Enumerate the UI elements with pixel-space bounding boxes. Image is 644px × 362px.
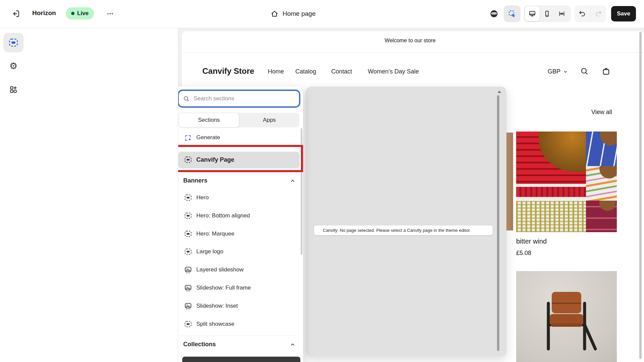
- live-dot-icon: [71, 12, 75, 15]
- sections-panel: [27, 28, 178, 362]
- slideshow-icon: [184, 266, 192, 274]
- desktop-view-icon[interactable]: [525, 6, 540, 21]
- section-item-label: Hero: Bottom aligned: [196, 212, 250, 219]
- section-item-label: Layered slideshow: [196, 266, 244, 273]
- inspect-mode-icon[interactable]: [504, 5, 521, 22]
- collage-thumbnails: [586, 132, 617, 232]
- section-item-slideshow-full-frame[interactable]: Slideshow: Full frame: [175, 281, 303, 296]
- device-preview-switcher: [524, 5, 571, 22]
- section-item-split-showcase[interactable]: Split showcase: [175, 317, 303, 332]
- search-sections-input[interactable]: [193, 95, 295, 102]
- partially-visible-dark-bar: [182, 357, 300, 362]
- divider: [180, 335, 298, 336]
- collage-main-image: [516, 132, 586, 232]
- scroll-up-arrow-icon[interactable]: [498, 91, 501, 93]
- search-icon: [183, 95, 190, 102]
- ninja-preview-icon[interactable]: [487, 6, 501, 21]
- redo-icon[interactable]: [591, 5, 606, 22]
- section-item-large-logo[interactable]: Large logo: [175, 245, 303, 259]
- canvify-message-bar: Canvify: No page selected. Please select…: [314, 225, 493, 235]
- store-nav-womens-day-sale[interactable]: Women's Day Sale: [368, 68, 419, 75]
- section-item-layered-slideshow[interactable]: Layered slideshow: [175, 263, 303, 277]
- view-all-link[interactable]: View all: [591, 109, 612, 116]
- store-nav-home[interactable]: Home: [268, 68, 284, 75]
- left-icon-rail: ⚙: [0, 28, 27, 362]
- store-nav-catalog[interactable]: Catalog: [295, 68, 316, 75]
- section-item-hero-bottom-aligned[interactable]: Hero: Bottom aligned: [175, 209, 303, 223]
- section-item-hero[interactable]: Hero: [175, 191, 303, 205]
- save-button[interactable]: Save: [611, 6, 636, 21]
- product-price: £5.08: [516, 250, 531, 257]
- section-icon: [184, 321, 192, 327]
- product-title[interactable]: bitter wind: [516, 238, 547, 245]
- collections-header[interactable]: Collections: [183, 341, 216, 348]
- apps-icon[interactable]: [3, 81, 23, 98]
- section-item-label: Large logo: [196, 248, 223, 255]
- section-item-label: Hero: Marquee: [196, 230, 234, 237]
- chevron-up-icon[interactable]: [290, 342, 295, 347]
- section-item-label: Slideshow: Full frame: [196, 285, 251, 291]
- section-item-hero-marquee[interactable]: Hero: Marquee: [175, 227, 303, 242]
- divider: [182, 52, 644, 53]
- history-controls: [575, 5, 606, 22]
- search-sections-box[interactable]: [179, 91, 299, 107]
- popup-tabs: Sections Apps: [179, 113, 299, 127]
- section-item-label: Slideshow: Inset: [196, 303, 238, 309]
- more-options-icon[interactable]: [103, 7, 117, 20]
- page-selector-label: Home page: [283, 10, 315, 17]
- theme-editor: Welcome to our store Canvify Store Home …: [0, 0, 644, 362]
- live-label: Live: [77, 10, 89, 17]
- mobile-view-icon[interactable]: [540, 6, 554, 21]
- home-icon: [270, 10, 279, 18]
- chevron-down-icon: [563, 69, 568, 74]
- preview-scrollbar[interactable]: [639, 32, 642, 359]
- tab-apps[interactable]: Apps: [239, 113, 299, 127]
- settings-gear-icon[interactable]: ⚙: [3, 57, 23, 75]
- generate-sparkle-icon: [184, 134, 192, 142]
- top-bar: Horizon Live Home page: [0, 0, 644, 28]
- full-width-view-icon[interactable]: [554, 6, 569, 21]
- live-status-badge: Live: [66, 7, 94, 19]
- product-image-chair[interactable]: [516, 271, 617, 362]
- section-item-label: Split showcase: [196, 321, 234, 327]
- exit-editor-icon[interactable]: [9, 7, 23, 21]
- section-preview-panel: Canvify: No page selected. Please select…: [306, 87, 506, 356]
- chair-illustration: [516, 271, 617, 362]
- generate-item[interactable]: Generate: [175, 131, 303, 145]
- preview-panel-scrollbar[interactable]: [497, 95, 499, 351]
- chevron-up-icon[interactable]: [290, 178, 295, 184]
- search-icon[interactable]: [580, 67, 589, 75]
- slideshow-icon: [184, 285, 192, 292]
- product-image-bitter-wind[interactable]: [516, 132, 617, 232]
- sections-icon[interactable]: [3, 33, 23, 52]
- theme-name[interactable]: Horizon: [32, 9, 56, 17]
- slideshow-icon: [184, 303, 192, 310]
- section-item-label: Hero: [196, 194, 209, 201]
- banners-header[interactable]: Banners: [183, 177, 207, 184]
- section-icon: [184, 194, 192, 201]
- section-icon: [184, 212, 192, 219]
- store-announcement: Welcome to our store: [182, 38, 638, 44]
- store-nav-contact[interactable]: Contact: [331, 68, 352, 75]
- currency-selector[interactable]: GBP: [548, 68, 568, 75]
- page-selector[interactable]: Home page: [270, 8, 315, 20]
- tab-sections[interactable]: Sections: [179, 113, 239, 127]
- bag-icon[interactable]: [601, 66, 611, 76]
- generate-label: Generate: [196, 134, 220, 141]
- undo-icon[interactable]: [575, 5, 591, 22]
- section-item-slideshow-inset[interactable]: Slideshow: Inset: [175, 299, 303, 314]
- annotation-box-canvify-page: [172, 145, 303, 172]
- section-icon: [184, 230, 192, 237]
- store-logo[interactable]: Canvify Store: [202, 66, 254, 76]
- currency-label: GBP: [548, 68, 560, 75]
- section-icon: [184, 248, 192, 255]
